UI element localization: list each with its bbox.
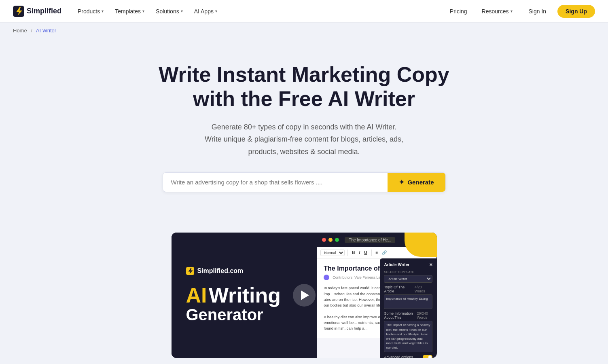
- signin-button[interactable]: Sign In: [522, 6, 553, 17]
- window-close-dot: [322, 238, 326, 242]
- advanced-toggle[interactable]: [423, 355, 432, 358]
- chevron-down-icon: ▾: [215, 9, 217, 13]
- video-writing-text: Writing: [209, 284, 281, 307]
- signup-button[interactable]: Sign Up: [557, 5, 595, 18]
- logo-link[interactable]: Simplified: [13, 6, 61, 17]
- play-button[interactable]: [293, 284, 316, 307]
- search-container: ✦ Generate: [163, 172, 446, 192]
- chevron-down-icon: ▾: [511, 9, 513, 13]
- toolbar-separator: [347, 250, 348, 256]
- chevron-down-icon: ▾: [102, 9, 104, 13]
- nav-products[interactable]: Products ▾: [73, 6, 108, 17]
- article-writer-panel: Article Writer ✕ Select Template Article…: [380, 258, 436, 358]
- generate-button[interactable]: ✦ Generate: [388, 173, 445, 192]
- italic-button[interactable]: I: [358, 250, 362, 255]
- video-inner: Simplified.com AI Writing Generator: [172, 233, 437, 358]
- nav-solutions[interactable]: Solutions ▾: [151, 6, 188, 17]
- window-minimize-dot: [328, 238, 333, 242]
- breadcrumb-current: AI Writer: [36, 28, 56, 34]
- video-brand: Simplified.com: [186, 267, 305, 275]
- nav-resources[interactable]: Resources ▾: [477, 6, 517, 17]
- play-triangle-icon: [301, 290, 309, 300]
- nav-right: Pricing Resources ▾ Sign In Sign Up: [445, 5, 595, 18]
- hero-subtitle: Generate 80+ types of copy in seconds wi…: [191, 121, 417, 158]
- browser-tab: The Importance of He...: [345, 237, 395, 243]
- author-avatar: [324, 275, 329, 280]
- advanced-options-row: Advanced options: [384, 355, 432, 358]
- info-input[interactable]: The impact of having a healthy diet, the…: [384, 321, 432, 352]
- topic-label-row: Topic Of The Article 4/20 Words: [384, 285, 432, 293]
- video-section: Simplified.com AI Writing Generator: [159, 233, 450, 364]
- hero-title: Write Instant Marketing Copy with the Fr…: [159, 63, 450, 111]
- nav-pricing[interactable]: Pricing: [445, 6, 472, 17]
- panel-title: Article Writer ✕: [384, 262, 432, 267]
- nav-links: Products ▾ Templates ▾ Solutions ▾ AI Ap…: [73, 6, 445, 17]
- panel-select-template-label: Select Template: [384, 270, 432, 274]
- info-label-row: Some Information About This 29/240 Words: [384, 311, 432, 320]
- video-brand-text: Simplified.com: [197, 267, 244, 275]
- link-button[interactable]: 🔗: [381, 250, 388, 255]
- hero-section: Write Instant Marketing Copy with the Fr…: [0, 38, 608, 233]
- template-select[interactable]: Article Writer: [384, 275, 432, 283]
- generate-icon: ✦: [399, 178, 404, 186]
- breadcrumb: Home / AI Writer: [0, 23, 608, 38]
- breadcrumb-separator: /: [31, 28, 32, 34]
- video-container: Simplified.com AI Writing Generator: [172, 233, 437, 358]
- video-logo-icon: [186, 267, 194, 275]
- video-headline: AI Writing Generator: [186, 285, 305, 324]
- toolbar-separator-2: [371, 250, 372, 256]
- video-generator-text: Generator: [186, 306, 263, 324]
- logo-icon: [13, 6, 24, 17]
- chevron-down-icon: ▾: [181, 9, 183, 13]
- bold-button[interactable]: B: [351, 250, 356, 255]
- search-input[interactable]: [163, 173, 388, 192]
- breadcrumb-home[interactable]: Home: [13, 28, 27, 34]
- underline-button[interactable]: U: [363, 250, 368, 255]
- window-maximize-dot: [335, 238, 339, 242]
- font-style-select[interactable]: Normal: [320, 250, 345, 256]
- nav-templates[interactable]: Templates ▾: [110, 6, 149, 17]
- panel-close-icon[interactable]: ✕: [429, 262, 432, 267]
- chevron-down-icon: ▾: [142, 9, 144, 13]
- brand-name: Simplified: [27, 7, 61, 15]
- nav-ai-apps[interactable]: AI Apps ▾: [189, 6, 222, 17]
- list-button[interactable]: ≡: [375, 250, 379, 255]
- navbar: Simplified Products ▾ Templates ▾ Soluti…: [0, 0, 608, 23]
- topic-input[interactable]: Importance of Healthy Eating: [384, 294, 432, 309]
- video-ai-text: AI: [186, 284, 207, 307]
